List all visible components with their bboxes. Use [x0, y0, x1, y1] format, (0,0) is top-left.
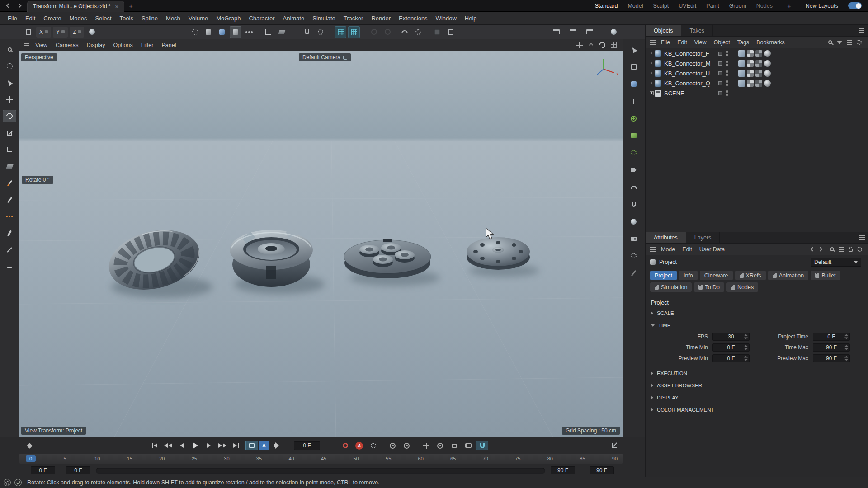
texture-tag-icon[interactable]: [764, 60, 771, 67]
menu-tools[interactable]: Tools: [116, 12, 137, 24]
selection-tag-icon[interactable]: [755, 60, 762, 67]
polygon-mode-icon[interactable]: [230, 26, 241, 38]
visibility-dots[interactable]: [726, 80, 728, 87]
ring-selection-icon[interactable]: [368, 26, 380, 38]
camera-palette-icon[interactable]: [627, 232, 641, 245]
om-menu-tags[interactable]: Tags: [734, 39, 753, 46]
layout-tab-standard[interactable]: Standard: [595, 3, 618, 9]
layout-tab-sculpt[interactable]: Sculpt: [653, 3, 669, 9]
view-label[interactable]: Perspective: [21, 53, 57, 61]
magnet-palette-icon[interactable]: [627, 197, 641, 211]
vp-menu-cameras[interactable]: Cameras: [52, 42, 83, 48]
menu-select[interactable]: Select: [91, 12, 115, 24]
sound-button[interactable]: [270, 441, 283, 450]
object-row[interactable]: KB_Connector_Q: [646, 78, 868, 88]
spinner-icon[interactable]: [844, 334, 848, 339]
add-layout-icon[interactable]: +: [783, 2, 796, 9]
object-connector-q[interactable]: [467, 237, 530, 270]
attr-tab-bullet[interactable]: Bullet: [811, 271, 840, 280]
object-name[interactable]: KB_Connector_M: [664, 60, 715, 67]
object-name[interactable]: KB_Connector_Q: [664, 80, 715, 87]
sphere-palette-icon[interactable]: [627, 215, 641, 228]
spinner-icon[interactable]: [744, 334, 748, 339]
tab-layers[interactable]: Layers: [686, 232, 720, 243]
layer-box-icon[interactable]: [718, 52, 722, 56]
layer-box-icon[interactable]: [718, 91, 722, 95]
menu-edit[interactable]: Edit: [21, 12, 39, 24]
vp-menu-filter[interactable]: Filter: [137, 42, 158, 48]
settings-gear-icon[interactable]: [627, 249, 641, 263]
history-back-icon[interactable]: [4, 1, 13, 10]
menu-mesh[interactable]: Mesh: [162, 12, 184, 24]
spinner-icon[interactable]: [844, 345, 848, 350]
check-status-icon[interactable]: [14, 479, 22, 486]
loop-selection-icon[interactable]: [382, 26, 393, 38]
menu-spline[interactable]: Spline: [137, 12, 162, 24]
view-zoom-icon[interactable]: [586, 41, 595, 50]
mirror-icon[interactable]: [399, 26, 410, 38]
rotate-tool[interactable]: [3, 110, 16, 122]
om-menu-file[interactable]: File: [657, 39, 674, 46]
menu-file[interactable]: File: [4, 12, 21, 24]
next-frame-button[interactable]: [202, 441, 216, 450]
prev-key-button[interactable]: [161, 441, 175, 450]
spinner-icon[interactable]: [844, 356, 848, 361]
attr-tab-cineware[interactable]: Cineware: [700, 271, 733, 280]
tab-takes[interactable]: Takes: [681, 25, 713, 36]
uv-tag-icon[interactable]: [747, 80, 754, 87]
attr-menu-mode[interactable]: Mode: [657, 246, 679, 253]
animate-mode-button[interactable]: A: [259, 441, 269, 450]
time-max-field[interactable]: 90 F: [813, 343, 850, 352]
menu-character[interactable]: Character: [245, 12, 278, 24]
keyframe-diamond-icon[interactable]: [25, 441, 34, 450]
tab-attributes[interactable]: Attributes: [646, 232, 686, 243]
range-start-field[interactable]: 0 F: [31, 466, 55, 474]
attr-tab-xrefs[interactable]: XRefs: [735, 271, 766, 280]
window-layout-3-icon[interactable]: [584, 26, 595, 38]
om-menu-object[interactable]: Object: [710, 39, 734, 46]
keying-settings-gear-icon[interactable]: [367, 441, 379, 450]
menu-render[interactable]: Render: [367, 12, 395, 24]
point-edit-tool[interactable]: [3, 210, 16, 223]
play-button[interactable]: [189, 441, 202, 450]
layer-box-icon[interactable]: [718, 61, 722, 66]
layout-tab-paint[interactable]: Paint: [706, 3, 719, 9]
window-layout-2-icon[interactable]: [567, 26, 579, 38]
menu-window[interactable]: Window: [432, 12, 461, 24]
key-scale-toggle[interactable]: [434, 441, 446, 450]
object-name[interactable]: SCENE: [664, 90, 715, 97]
coordinate-system-icon[interactable]: [86, 26, 98, 38]
key-rotation-toggle[interactable]: [401, 441, 413, 450]
prev-frame-button[interactable]: [175, 441, 189, 450]
vp-menu-view[interactable]: View: [31, 42, 52, 48]
preset-dropdown[interactable]: Default: [811, 258, 861, 267]
visibility-dots[interactable]: [726, 70, 728, 77]
simulation-palette-icon[interactable]: [627, 112, 641, 125]
attr-tab-project[interactable]: Project: [650, 271, 677, 280]
make-editable-icon[interactable]: [189, 26, 201, 38]
preview-range-bar[interactable]: [96, 468, 545, 474]
selection-tag-icon[interactable]: [755, 80, 762, 87]
attr-tab-todo[interactable]: To Do: [694, 282, 724, 292]
preview-max-field[interactable]: 90 F: [813, 354, 850, 362]
axis-mode-icon[interactable]: [262, 26, 274, 38]
viewport-canvas[interactable]: x Perspective Default Camera Rotate 0 ° …: [19, 51, 623, 437]
om-menu-view[interactable]: View: [691, 39, 710, 46]
gear-icon[interactable]: [857, 40, 862, 45]
tag-palette-icon[interactable]: [627, 163, 641, 177]
y-axis-lock-button[interactable]: Y: [53, 27, 68, 38]
next-key-button[interactable]: [216, 441, 229, 450]
close-tab-icon[interactable]: ×: [115, 3, 119, 10]
timeline-zoom-icon[interactable]: [610, 441, 619, 450]
model-mode-icon[interactable]: [203, 26, 214, 38]
camera-label[interactable]: Default Camera: [299, 53, 351, 61]
point-mode-icon[interactable]: [243, 26, 255, 38]
layout-tab-uvedit[interactable]: UVEdit: [679, 3, 696, 9]
layout-toggle[interactable]: [848, 2, 862, 9]
spline-smooth-tool[interactable]: [3, 260, 16, 273]
forward-arrow-icon[interactable]: [818, 247, 823, 252]
layout-tab-groom[interactable]: Groom: [729, 3, 746, 9]
section-time[interactable]: TIME: [646, 320, 868, 331]
model-cube-icon[interactable]: [627, 77, 641, 91]
search-icon[interactable]: [828, 40, 832, 44]
